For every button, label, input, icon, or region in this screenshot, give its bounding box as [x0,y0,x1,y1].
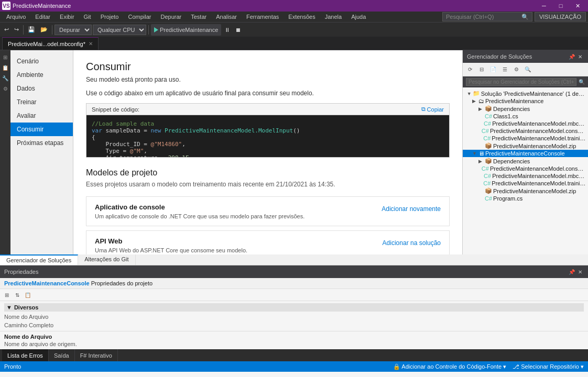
sol-show-files-button[interactable]: 📄 [488,64,498,75]
nav-ambiente[interactable]: Ambiente [10,68,73,82]
solution-tree: ▼ 📁 Solução 'PredictiveMaintenance' (1 d… [463,87,588,254]
tree-mbconfig-1[interactable]: C# PredictiveMaintenanceModel.mbconfig [463,120,588,127]
menu-analisar[interactable]: Analisar [212,12,241,22]
bottom-tab-errors[interactable]: Lista de Erros [2,349,49,361]
visualizacao-button[interactable]: VISUALIZAÇÃO [535,12,586,21]
menu-extensoes[interactable]: Extensões [284,12,319,22]
tree-consumption-1[interactable]: C# PredictiveMaintenanceModel.consumptio… [463,127,588,135]
left-icon-3[interactable]: 🔧 [1,73,10,83]
console-app-title: Aplicativo de console [95,203,304,211]
save-button[interactable]: 💾 [26,24,37,36]
tree-zip-1[interactable]: 📦 PredictiveMaintenanceModel.zip [463,142,588,150]
add-to-source-button[interactable]: 🔒 Adicionar ao Controle do Código-Fonte … [393,363,506,370]
platform-select[interactable]: Qualquer CPU x64 [93,25,146,35]
menu-editar[interactable]: Editar [31,12,55,22]
run-button[interactable]: PredictiveMaintenance [151,24,221,36]
tab-close-button[interactable]: ✕ [89,41,93,47]
tree-zip-2[interactable]: 📦 PredictiveMaintenanceModel.zip [463,187,588,195]
copy-button[interactable]: ⧉ Copiar [421,106,444,113]
props-pin-button[interactable]: 📌 [568,268,575,275]
tree-mbconfig-2[interactable]: C# PredictiveMaintenanceModel.mbconfig [463,172,588,180]
tree-program-label: Program.cs [493,195,522,202]
dep-icon: 📦 [485,105,492,112]
left-icon-4[interactable]: ⚙ [1,84,10,93]
page-subtitle: Seu modelo está pronto para uso. [86,76,450,83]
main-tab[interactable]: PredictiveMai...odel.mbconfig* ✕ [2,37,99,50]
sol-sync-button[interactable]: ⟳ [465,64,475,75]
sol-settings-button[interactable]: ⚙ [511,64,521,75]
web-api-link[interactable]: Adicionar na solução [383,237,441,247]
menu-ajuda[interactable]: Ajuda [347,12,370,22]
menu-ferramentas[interactable]: Ferramentas [242,12,283,22]
open-button[interactable]: 📂 [38,24,50,36]
section-name: Diversos [14,304,38,311]
menu-testar[interactable]: Testar [187,12,211,22]
title-bar-left: VS PredictiveMaintenance [2,2,71,10]
undo-button[interactable]: ↩ [2,24,11,36]
training-icon-2: C# [483,180,491,186]
menu-arquivo[interactable]: Arquivo [2,12,30,22]
menu-depurar[interactable]: Depurar [157,12,186,22]
left-icon-1[interactable]: ⊞ [1,52,10,62]
bottom-tabs: Lista de Erros Saída F# Interativo [0,349,588,361]
tree-program[interactable]: C# Program.cs [463,195,588,202]
tree-solution-label: Solução 'PredictiveMaintenance' (1 de 1 … [481,91,586,97]
tab-git-changes[interactable]: Alterações do Git [78,254,135,265]
props-grid-button[interactable]: ⊞ [2,290,12,300]
panel-close-button[interactable]: ✕ [576,53,584,60]
nav-treinar[interactable]: Treinar [10,95,73,109]
global-search-input[interactable] [446,14,519,20]
console-app-link[interactable]: Adicionar novamente [382,203,441,213]
props-sort-button[interactable]: ⇅ [13,290,22,300]
select-repo-button[interactable]: ⎇ Selecionar Repositório ▾ [513,363,584,370]
nav-dados[interactable]: Dados [10,82,73,95]
consumption-icon-2: C# [482,165,489,172]
solution-explorer-toolbar: ⟳ ⊟ 📄 ☰ ⚙ 🔍 [463,63,588,76]
menu-compilar[interactable]: Compilar [124,12,155,22]
tree-dependencies-2[interactable]: ▶ 📦 Dependencies [463,157,588,165]
tree-solution[interactable]: ▼ 📁 Solução 'PredictiveMaintenance' (1 d… [463,90,588,97]
status-left: Pronto [4,363,21,370]
solution-search-input[interactable] [466,78,576,86]
nav-proximas-etapas[interactable]: Próximas etapas [10,136,73,150]
selected-item-suffix: Propriedades do projeto [91,280,153,286]
nav-cenario[interactable]: Cenário [10,54,73,68]
menu-git[interactable]: Git [80,12,95,22]
props-section-diversos[interactable]: ▼ Diversos [4,303,584,312]
tree-dependencies-1[interactable]: ▶ 📦 Dependencies [463,105,588,113]
tree-consumption-2[interactable]: C# PredictiveMaintenanceModel.consumptio… [463,165,588,172]
sol-filter-button[interactable]: ☰ [499,64,510,75]
tab-solution-explorer[interactable]: Gerenciador de Soluções [0,254,78,265]
pause-button[interactable]: ⏸ [222,24,232,36]
debug-mode-select[interactable]: Depurar Release [55,25,92,35]
props-pages-button[interactable]: 📋 [23,290,32,300]
nav-sidebar: Cenário Ambiente Dados Treinar Avaliar C… [10,50,73,254]
tree-training-2[interactable]: C# PredictiveMaintenanceModel.training.c… [463,180,588,187]
tree-class1[interactable]: C# Class1.cs [463,113,588,120]
nav-consumir[interactable]: Consumir [10,123,73,136]
panel-pin-button[interactable]: 📌 [568,53,575,60]
restore-button[interactable]: □ [552,0,569,12]
tree-mbconfig2-label: PredictiveMaintenanceModel.mbconfig [492,173,586,179]
bottom-tab-output[interactable]: Saída [49,349,75,361]
tree-predictivemaintenance[interactable]: ▶ 🗂 PredictiveMaintenance [463,97,588,105]
console-icon: 🖥 [478,150,484,157]
minimize-button[interactable]: ─ [536,0,552,12]
snippet-box: Snippet de código: ⧉ Copiar //Load sampl… [86,103,450,158]
web-api-info: API Web Uma API Web do ASP.NET Core que … [95,237,247,253]
web-api-desc: Uma API Web do ASP.NET Core que consome … [95,247,247,253]
sol-search-button[interactable]: 🔍 [522,64,533,75]
props-close-button[interactable]: ✕ [576,268,584,275]
bottom-tab-fsharp[interactable]: F# Interativo [75,349,118,361]
left-icon-2[interactable]: 📋 [1,63,10,72]
menu-exibir[interactable]: Exibir [56,12,79,22]
nav-avaliar[interactable]: Avaliar [10,109,73,123]
menu-janela[interactable]: Janela [321,12,346,22]
tree-training-1[interactable]: C# PredictiveMaintenanceModel.training.c… [463,135,588,142]
sol-collapse-button[interactable]: ⊟ [476,64,487,75]
stop-button[interactable]: ⏹ [233,24,243,36]
tree-console[interactable]: ▼ 🖥 PredictiveMaintenanceConsole [463,150,588,157]
redo-button[interactable]: ↪ [12,24,21,36]
close-button[interactable]: ✕ [569,0,586,12]
menu-projeto[interactable]: Projeto [96,12,123,22]
